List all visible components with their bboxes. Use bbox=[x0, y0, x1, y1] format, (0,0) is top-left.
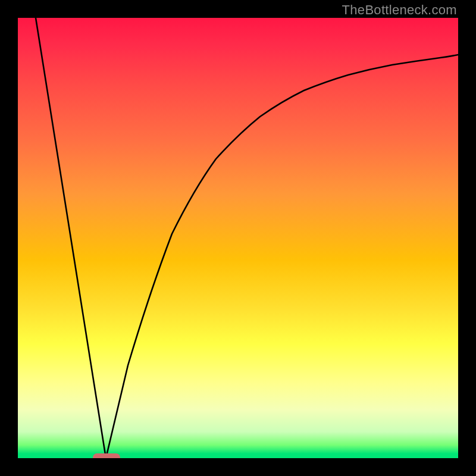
chart-frame: TheBottleneck.com bbox=[0, 0, 476, 476]
plot-area bbox=[18, 18, 458, 458]
valley-marker bbox=[93, 453, 120, 458]
right-curve-line bbox=[106, 55, 458, 458]
left-slope-line bbox=[36, 18, 106, 458]
curve-layer bbox=[18, 18, 458, 458]
watermark-text: TheBottleneck.com bbox=[342, 2, 457, 18]
